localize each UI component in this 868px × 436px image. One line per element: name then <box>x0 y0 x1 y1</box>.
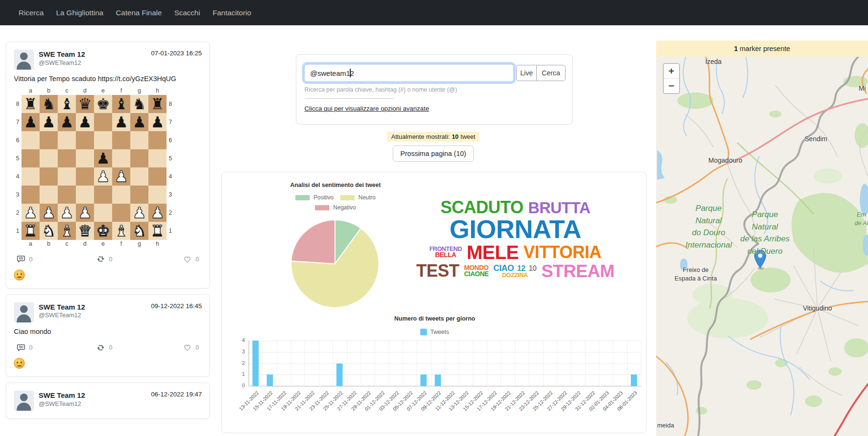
map-zoom-control: + − <box>663 63 680 94</box>
board-rank: 33 <box>14 186 174 204</box>
white-piece: ♟ <box>78 204 92 222</box>
board-corner <box>14 87 21 95</box>
legend-swatch <box>420 329 427 335</box>
board-square: ♟ <box>76 113 94 131</box>
cloud-word: MELE <box>467 243 519 261</box>
black-piece: ♞ <box>42 95 56 113</box>
bar-gridline <box>515 341 515 386</box>
like-action[interactable]: 0 <box>183 255 199 264</box>
board-file-label: a <box>21 240 40 248</box>
legend-item-neutro[interactable]: Neutro <box>340 194 376 201</box>
search-input[interactable] <box>304 64 514 82</box>
white-piece: ♞ <box>42 222 56 240</box>
board-rank-label: 4 <box>167 167 174 186</box>
bar-gridline <box>445 341 445 386</box>
top-navbar: Ricerca La Ghigliottina Catena Finale Sc… <box>0 0 868 25</box>
board-square: ♟ <box>21 204 40 222</box>
nav-item-scacchi[interactable]: Scacchi <box>168 9 206 17</box>
bar-gridline <box>501 341 501 386</box>
avatar <box>14 391 34 411</box>
bar <box>631 374 637 386</box>
nav-item-fantacitorio[interactable]: Fantacitorio <box>206 9 257 17</box>
word-cloud-cell: BRUTTA <box>528 200 590 215</box>
board-file-label: g <box>130 87 148 95</box>
bar-gridline <box>487 341 487 386</box>
board-file-label: e <box>94 240 112 248</box>
reply-action[interactable]: 0 <box>17 343 32 352</box>
bar <box>420 374 427 386</box>
nav-item-catena-finale[interactable]: Catena Finale <box>110 9 168 17</box>
board-square <box>40 149 58 167</box>
bar-gridline <box>249 341 249 386</box>
board-square <box>76 131 94 149</box>
legend-swatch <box>295 195 310 200</box>
tweets-legend[interactable]: Tweets <box>420 329 450 335</box>
board-square <box>112 186 130 204</box>
cloud-word: STREAM <box>541 263 614 280</box>
live-button[interactable]: Live <box>516 65 536 81</box>
bar-gridline <box>599 341 599 386</box>
bar-gridline <box>375 341 375 386</box>
tweet-actions: 0 0 0 <box>14 255 202 264</box>
word-cloud-cell: FRONTENDBELLA <box>429 246 462 259</box>
board-square: ♟ <box>40 204 58 222</box>
tweet-timestamp: 07-01-2023 16:25 <box>151 50 202 57</box>
tweet-author-handle: @SWETeam12 <box>39 59 151 67</box>
chessboard-image: abcdefgh8♜♞♝♛♚♝♞♜87♟♟♟♟♟♟♟7665♟54♟♟4332♟… <box>14 87 174 248</box>
board-square: ♟ <box>94 167 112 186</box>
search-help-text: Ricerca per parola chiave, hashtag (#) o… <box>304 86 457 93</box>
nav-item-la-ghigliottina[interactable]: La Ghigliottina <box>50 9 110 17</box>
board-square <box>112 149 130 167</box>
board-rank-label: 7 <box>167 113 174 131</box>
emoji-eye <box>17 362 18 363</box>
bar-gridline <box>585 341 586 386</box>
word-cloud-line: GIORNATA <box>450 217 581 241</box>
marker-count-label: marker presente <box>740 45 790 52</box>
board-square <box>58 131 76 149</box>
board-square <box>148 131 167 149</box>
word-cloud-row: TESTMONDOCIAONECIAO1210DOZZINASTREAM <box>416 263 614 280</box>
reply-action[interactable]: 0 <box>17 255 32 263</box>
word-cloud-cell: VITTORIA <box>523 244 601 260</box>
board-rank-label: 2 <box>14 204 21 222</box>
black-piece: ♝ <box>115 95 128 113</box>
search-button[interactable]: Cerca <box>536 65 565 81</box>
board-square: ♜ <box>148 222 167 240</box>
emoji-mouth <box>17 277 21 278</box>
tweet-actions: 0 0 0 <box>14 343 202 352</box>
pie-slice-negativo <box>291 220 335 264</box>
zoom-out-button[interactable]: − <box>664 79 679 93</box>
board-file-label: b <box>40 87 58 95</box>
y-tick-label: 3 <box>235 349 245 354</box>
board-rank: 7♟♟♟♟♟♟♟7 <box>14 113 174 131</box>
map-canvas[interactable]: + − IzedaMiSendimMogadouroParqueNaturald… <box>656 57 868 436</box>
board-file-label: e <box>94 87 112 95</box>
board-square <box>112 131 130 149</box>
board-square: ♜ <box>148 95 167 113</box>
white-piece: ♞ <box>133 222 146 240</box>
retweet-action[interactable]: 0 <box>96 343 112 352</box>
board-rank-label: 4 <box>14 167 21 186</box>
board-square: ♚ <box>94 222 112 240</box>
sentiment-chart-title: Analisi del sentimento dei tweet <box>288 182 383 188</box>
y-tick-label: 4 <box>235 337 245 343</box>
legend-item-positivo[interactable]: Positivo <box>295 194 334 201</box>
retweet-action[interactable]: 0 <box>96 255 112 263</box>
board-square <box>76 167 94 186</box>
cloud-word: VITTORIA <box>523 244 601 260</box>
next-page-button[interactable]: Prossima pagina (10) <box>393 145 474 162</box>
results-count-prefix: Attualmente mostrati: <box>391 133 450 140</box>
board-square <box>76 149 94 167</box>
like-action[interactable]: 0 <box>183 343 199 352</box>
advanced-options-link[interactable]: Clicca qui per visualizzare opzioni avan… <box>304 105 429 112</box>
board-file-label: f <box>112 87 130 95</box>
word-cloud-line: BELLA <box>435 252 456 258</box>
results-count-suffix: tweet <box>460 133 475 140</box>
legend-item-negativo[interactable]: Negativo <box>315 204 356 211</box>
bar-gridline <box>459 341 459 386</box>
word-cloud-cell: MONDOCIAONE <box>464 265 488 278</box>
board-square: ♟ <box>58 204 76 222</box>
sentiment-pie-chart <box>288 217 382 311</box>
zoom-in-button[interactable]: + <box>664 64 679 79</box>
nav-item-ricerca[interactable]: Ricerca <box>12 9 50 17</box>
